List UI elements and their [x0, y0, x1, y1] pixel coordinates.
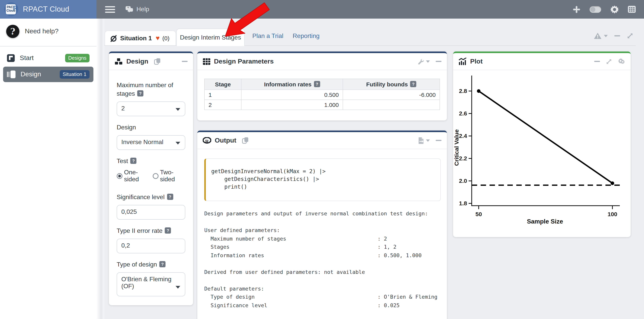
help-label: Help [136, 6, 149, 13]
content-scrollbar[interactable] [96, 18, 104, 319]
two-sided-label: Two-sided [160, 169, 184, 183]
y-tick-label: 2.6 [459, 110, 467, 117]
collapse-panel-button[interactable] [182, 61, 188, 62]
help-badge-icon[interactable]: ? [137, 90, 144, 96]
warnings-dropdown[interactable] [594, 32, 608, 39]
one-sided-label: One-sided [124, 169, 148, 183]
collapse-panel-button[interactable] [594, 61, 600, 62]
chevron-down-icon [176, 142, 180, 144]
need-help-label: Need help? [25, 27, 58, 35]
help-badge-icon[interactable]: ? [165, 227, 171, 234]
table-icon [203, 58, 210, 65]
test-radio-group: One-sided Two-sided [117, 169, 187, 183]
help-badge-icon[interactable]: ? [314, 81, 320, 87]
copy-icon[interactable] [154, 58, 161, 65]
collapse-all-button[interactable] [614, 35, 620, 36]
tools-dropdown[interactable] [418, 58, 430, 64]
tab-reporting[interactable]: Reporting [293, 32, 320, 39]
critical-value-line [479, 91, 612, 183]
fullscreen-move-icon[interactable] [573, 5, 580, 13]
significance-input[interactable]: 0,025 [117, 205, 185, 220]
design-form: Maximum number of stages? 2 Design Inver… [109, 70, 193, 296]
y-tick-label: 2.0 [459, 178, 467, 184]
sidebar-item-start[interactable]: Start Designs [3, 50, 94, 66]
panel-title: Plot [470, 57, 482, 65]
table-row: 1 0.500 -6.000 [204, 90, 440, 100]
tab-plan-a-trial[interactable]: Plan a Trial [252, 32, 283, 39]
x-tick-label: 100 [608, 211, 617, 217]
warning-triangle-icon [594, 32, 602, 39]
tab-actions [594, 32, 633, 39]
panel-title: Output [215, 137, 236, 144]
sidebar-item-label: Start [20, 54, 34, 62]
design-select[interactable]: Inverse Normal [117, 135, 185, 150]
logo-r-glyph: R [13, 5, 18, 12]
stage-cell: 2 [204, 100, 241, 110]
copy-icon[interactable] [242, 137, 249, 144]
output-panel-header: R Output [197, 132, 447, 149]
critical-value-chart: 2.8 2.6 2.4 2.2 2.0 1.8 50 100 [453, 70, 631, 227]
plot-panel-header: Plot [453, 53, 631, 70]
expand-diagonal-icon[interactable] [627, 32, 633, 39]
help-badge-icon[interactable]: ? [159, 261, 166, 267]
theme-toggle[interactable] [590, 6, 601, 12]
line-chart-svg: 2.8 2.6 2.4 2.2 2.0 1.8 50 100 [453, 70, 626, 225]
tab-situation-label: Situation 1 [120, 35, 152, 42]
help-button[interactable]: ? Help [125, 6, 149, 13]
table-header-row: Stage Information rates? Futility bounds… [204, 79, 440, 90]
max-stages-label: Maximum number of stages? [117, 81, 182, 98]
sidebar-item-design[interactable]: Design Situation 1 [3, 67, 94, 82]
type-of-design-label: Type of design? [117, 260, 187, 269]
rpact-logo-icon[interactable]: PACT Cloud R [4, 2, 18, 16]
x-axis-label: Sample Size [527, 218, 563, 225]
type2-error-label: Type II error rate? [117, 227, 187, 235]
tab-situation-1[interactable]: Situation 1 ♥ (0) [105, 31, 176, 45]
y-tick-label: 2.2 [459, 155, 467, 162]
design-icon [7, 70, 16, 78]
sidebar-divider [0, 46, 96, 46]
test-label: Test? [117, 157, 187, 165]
r-logo-icon: R [203, 137, 211, 144]
help-badge-icon[interactable]: ? [410, 81, 416, 87]
hamburger-menu-icon[interactable] [105, 4, 115, 14]
expand-diagonal-icon[interactable] [606, 58, 612, 64]
app-title: RPACT Cloud [23, 5, 70, 13]
type-of-design-select[interactable]: O'Brien & Fleming (OF) [117, 272, 185, 296]
need-help-link[interactable]: ? Need help? [0, 18, 96, 44]
table-row: 2 1.000 [204, 100, 440, 110]
chart-icon [458, 58, 467, 65]
futility-bound-cell[interactable]: -6.000 [343, 90, 440, 100]
sidebar: ? Need help? Start Designs Design Situat… [0, 18, 96, 319]
collapse-panel-button[interactable] [436, 61, 442, 62]
apps-grid-icon[interactable] [628, 6, 636, 13]
favorite-heart-icon[interactable]: ♥ [156, 34, 160, 42]
output-panel: R Output getDesignIn [197, 131, 447, 319]
chevron-down-icon [426, 60, 430, 62]
r-code-block[interactable]: getDesignInverseNormal(kMax = 2) |> getD… [204, 158, 441, 201]
significance-label: Significance level? [117, 193, 187, 201]
svg-text:R: R [205, 138, 209, 144]
question-mark-icon: ? [6, 25, 20, 38]
futility-bound-cell[interactable] [343, 100, 440, 110]
type2-error-input[interactable]: 0,2 [117, 239, 185, 253]
design-parameters-header: Design Parameters [197, 53, 447, 70]
collapse-panel-button[interactable] [436, 140, 442, 141]
designs-badge: Designs [65, 54, 90, 62]
tab-design-interim-stages[interactable]: Design Interim Stages [176, 29, 244, 46]
help-badge-icon[interactable]: ? [130, 158, 137, 164]
information-rate-cell[interactable]: 1.000 [241, 100, 343, 110]
empty-set-icon [110, 34, 118, 42]
information-rate-cell[interactable]: 0.500 [241, 90, 343, 100]
max-stages-select[interactable]: 2 [117, 101, 185, 116]
help-badge-icon[interactable]: ? [167, 194, 173, 200]
stage-cell: 1 [204, 90, 241, 100]
plot-settings-gears-icon[interactable] [618, 58, 625, 65]
export-dropdown[interactable] [418, 137, 430, 144]
settings-sun-icon[interactable] [610, 5, 618, 13]
chevron-down-icon [426, 139, 430, 142]
y-tick-label: 2.8 [459, 88, 467, 94]
two-sided-radio[interactable] [153, 173, 158, 179]
one-sided-radio[interactable] [117, 173, 122, 179]
favorite-count: (0) [162, 35, 170, 41]
wrench-icon [418, 58, 424, 64]
